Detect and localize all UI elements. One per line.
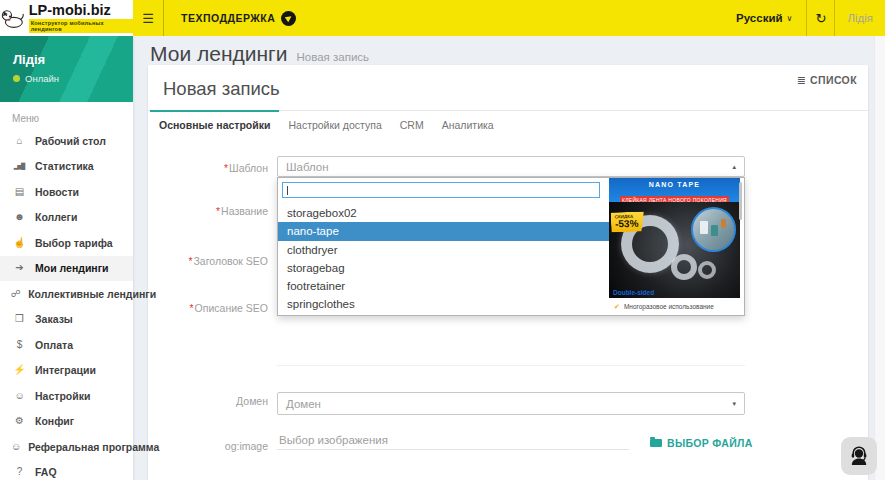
chevron-up-icon: ▴ bbox=[732, 163, 736, 171]
app-window: LP-mobi.biz Конструктор мобильных лендин… bbox=[0, 0, 885, 480]
language-selector[interactable]: Русский ∨ bbox=[722, 0, 806, 36]
chevron-down-icon: ▾ bbox=[732, 400, 736, 408]
sidebar-item-integrations[interactable]: ⚡ Интеграции bbox=[0, 358, 133, 384]
top-header-bar: LP-mobi.biz Конструктор мобильных лендин… bbox=[0, 0, 885, 36]
preview-caption: Double-sided bbox=[613, 289, 654, 296]
choose-file-button[interactable]: ВЫБОР ФАЙЛА bbox=[650, 437, 753, 449]
option-springclothes[interactable]: springclothes bbox=[278, 295, 609, 313]
check-icon: ✔ bbox=[614, 303, 620, 311]
seo-description-label: *Описание SEO bbox=[148, 302, 268, 314]
page-scrollbar[interactable] bbox=[874, 36, 885, 480]
support-chat-widget[interactable] bbox=[841, 437, 877, 475]
plug-icon: ⚡ bbox=[11, 365, 27, 375]
user-plus-icon: ☺ bbox=[11, 442, 20, 452]
sidebar-item-news[interactable]: ▤ Новости bbox=[0, 179, 133, 205]
option-storagebag[interactable]: storagebag bbox=[278, 259, 609, 277]
bar-chart-icon: ▂▅█ bbox=[11, 163, 27, 169]
tab-analytics[interactable]: Аналитика bbox=[433, 111, 503, 140]
preview-product-image: СКИДКА -53% Double-sided bbox=[609, 202, 740, 298]
breadcrumb: Мои лендинги Новая запись bbox=[150, 42, 369, 66]
dashboard-icon: ⌂ bbox=[11, 136, 27, 146]
sidebar-item-referral[interactable]: ☺ Реферальная программа bbox=[0, 434, 133, 460]
preview-header: NANO TAPE КЛЕЙКАЯ ЛЕНТА НОВОГО ПОКОЛЕНИЯ bbox=[609, 178, 740, 202]
tab-crm[interactable]: CRM bbox=[391, 111, 433, 140]
template-preview: NANO TAPE КЛЕЙКАЯ ЛЕНТА НОВОГО ПОКОЛЕНИЯ… bbox=[609, 178, 740, 315]
domain-select[interactable]: Домен ▾ bbox=[277, 392, 745, 415]
refresh-icon[interactable]: ↻ bbox=[807, 0, 834, 36]
header-username[interactable]: Лідія bbox=[835, 0, 885, 36]
sidebar-profile: Лідія Онлайн bbox=[0, 36, 133, 102]
logo[interactable]: LP-mobi.biz Конструктор мобильных лендин… bbox=[0, 0, 133, 36]
question-icon: ? bbox=[11, 467, 27, 477]
users-icon: ☻ bbox=[11, 212, 27, 222]
sidebar-item-config[interactable]: ⚙ Конфиг bbox=[0, 409, 133, 435]
user-icon: ☺ bbox=[11, 391, 27, 401]
main-content: Мои лендинги Новая запись ≣ СПИСОК Новая… bbox=[133, 36, 885, 480]
sidebar-item-collective-landings[interactable]: ☍ Коллективные лендинги bbox=[0, 281, 133, 307]
cart-icon: ❒ bbox=[11, 314, 27, 324]
share-icon: ☍ bbox=[11, 289, 20, 299]
option-nano-tape[interactable]: nano-tape bbox=[278, 222, 609, 240]
og-image-input[interactable]: Выбор изображения bbox=[277, 430, 629, 450]
hamburger-menu-icon[interactable]: ☰ bbox=[133, 0, 163, 36]
online-status-label: Онлайн bbox=[25, 73, 59, 84]
sidebar-item-settings[interactable]: ☺ Настройки bbox=[0, 383, 133, 409]
headset-icon bbox=[847, 444, 871, 468]
header-divider bbox=[163, 0, 164, 36]
list-icon: ≣ bbox=[797, 75, 806, 86]
gears-icon: ⚙ bbox=[11, 416, 27, 426]
sidebar-item-statistics[interactable]: ▂▅█ Статистика bbox=[0, 154, 133, 180]
option-clothdryer[interactable]: clothdryer bbox=[278, 241, 609, 259]
usage-inset-photo bbox=[691, 207, 736, 252]
domain-label: Домен bbox=[148, 395, 268, 407]
support-button[interactable]: ТЕХПОДДЕРЖКА bbox=[181, 0, 296, 36]
logo-title: LP-mobi.biz bbox=[29, 3, 111, 18]
rocket-icon: ➔ bbox=[11, 263, 27, 273]
list-button[interactable]: ≣ СПИСОК bbox=[797, 74, 857, 86]
logo-subtitle: Конструктор мобильных лендингов bbox=[29, 19, 133, 33]
form-card: ≣ СПИСОК Новая запись Основные настройки… bbox=[148, 65, 868, 480]
sidebar: Лідія Онлайн Меню ⌂ Рабочий стол ▂▅█ Ста… bbox=[0, 36, 133, 480]
preview-feature-row: ✔ Многоразовое использование bbox=[609, 298, 740, 315]
card-title: Новая запись bbox=[163, 78, 280, 100]
template-dropdown-panel: storagebox02 nano-tape clothdryer storag… bbox=[277, 177, 745, 316]
sidebar-item-payment[interactable]: $ Оплата bbox=[0, 332, 133, 358]
newspaper-icon: ▤ bbox=[11, 187, 27, 197]
sidebar-item-orders[interactable]: ❒ Заказы bbox=[0, 307, 133, 333]
support-label: ТЕХПОДДЕРЖКА bbox=[181, 12, 275, 24]
template-select[interactable]: Шаблон ▴ bbox=[277, 156, 745, 177]
sidebar-item-faq[interactable]: ? FAQ bbox=[0, 460, 133, 480]
folder-icon bbox=[650, 439, 662, 447]
page-subtitle: Новая запись bbox=[296, 51, 369, 63]
seo-title-label: *Заголовок SEO bbox=[148, 255, 268, 267]
text-cursor bbox=[287, 186, 288, 195]
og-image-label: og:image bbox=[148, 440, 268, 452]
preview-title: NANO TAPE bbox=[609, 181, 740, 188]
template-options-list: storagebox02 nano-tape clothdryer storag… bbox=[278, 204, 609, 314]
dropdown-scrollbar[interactable] bbox=[739, 182, 742, 220]
template-label: *Шаблон bbox=[148, 162, 268, 174]
sidebar-item-tariff[interactable]: ☝ Выбор тарифа bbox=[0, 230, 133, 256]
profile-name: Лідія bbox=[13, 52, 45, 67]
tab-bar: Основные настройки Настройки доступа CRM… bbox=[148, 110, 868, 140]
dollar-icon: $ bbox=[11, 340, 27, 350]
option-storagebox02[interactable]: storagebox02 bbox=[278, 204, 609, 222]
seo-description-underline bbox=[277, 365, 745, 366]
online-status-dot bbox=[13, 75, 20, 82]
sidebar-item-colleagues[interactable]: ☻ Коллеги bbox=[0, 205, 133, 231]
dog-logo-icon bbox=[0, 8, 25, 29]
dropdown-search-input[interactable] bbox=[282, 182, 600, 198]
sidebar-item-dashboard[interactable]: ⌂ Рабочий стол bbox=[0, 128, 133, 154]
tab-main-settings[interactable]: Основные настройки bbox=[150, 111, 279, 140]
hand-pointer-icon: ☝ bbox=[11, 238, 27, 248]
chevron-down-icon: ∨ bbox=[787, 14, 793, 23]
page-title: Мои лендинги bbox=[150, 42, 287, 66]
option-footretainer[interactable]: footretainer bbox=[278, 277, 609, 295]
telegram-icon bbox=[281, 11, 296, 26]
tab-access-settings[interactable]: Настройки доступа bbox=[279, 111, 390, 140]
discount-badge: СКИДКА -53% bbox=[611, 211, 645, 232]
sidebar-item-my-landings[interactable]: ➔ Мои лендинги bbox=[0, 256, 133, 282]
menu-section-label: Меню bbox=[12, 113, 133, 124]
name-label: *Название bbox=[148, 205, 268, 217]
